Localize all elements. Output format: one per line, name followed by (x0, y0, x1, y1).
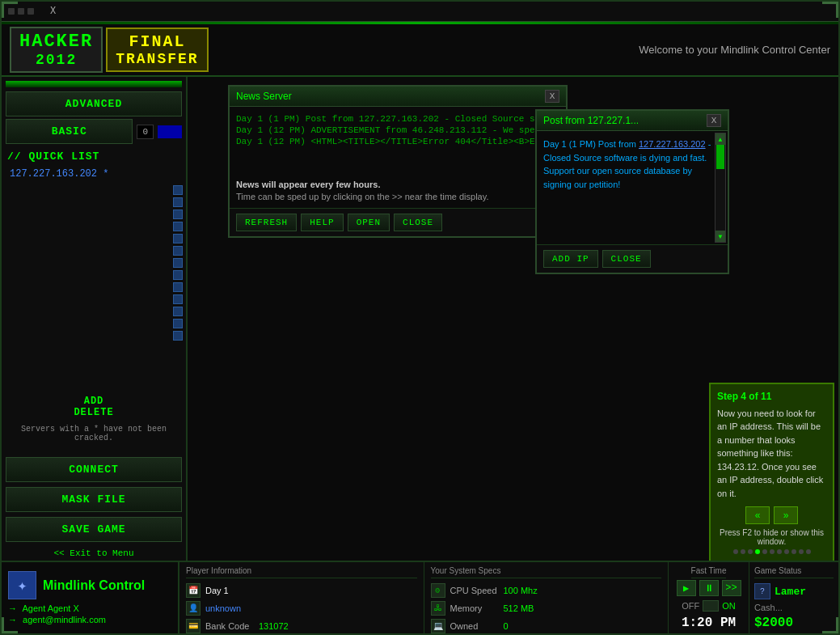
save-game-button[interactable]: SAVE GAME (6, 517, 182, 542)
mask-file-button[interactable]: MASK FILE (6, 487, 182, 512)
meter-bar-1 (173, 185, 183, 195)
owned-label: Owned (450, 621, 499, 631)
open-button[interactable]: OPEN (348, 214, 390, 231)
type-row: 👤 unknown (186, 601, 417, 616)
time-controls: ▶ ⏸ >> (677, 580, 741, 596)
sidebar-bottom-buttons: CONNECT MASK FILE SAVE GAME (6, 457, 182, 544)
news-item-2[interactable]: Day 1 (12 PM) ADVERTISEMENT from 46.248.… (236, 125, 559, 136)
header: HACKER 2012 FINAL TRANSFER Welcome to yo… (2, 24, 838, 77)
step-dot-11 (806, 549, 811, 554)
pause-button[interactable]: ⏸ (699, 580, 719, 596)
corner-decoration-br (822, 617, 838, 633)
connect-button[interactable]: CONNECT (6, 457, 182, 482)
step-dot-7 (777, 549, 782, 554)
step-dot-10 (799, 549, 804, 554)
cash-row: Cash... (754, 603, 834, 612)
counter-blue-indicator (158, 125, 182, 138)
news-item-1[interactable]: Day 1 (1 PM) Post from 127.227.163.202 -… (236, 113, 559, 125)
post-dialog-content: Day 1 (1 PM) Post from 127.227.163.202 -… (537, 131, 728, 244)
news-server-dialog: News Server X Day 1 (1 PM) Post from 127… (228, 85, 568, 238)
player-icon: ? (754, 583, 770, 599)
scroll-track (715, 145, 725, 231)
post-line1: Day 1 (1 PM) Post from (543, 139, 636, 149)
news-close-button[interactable]: CLOSE (394, 214, 442, 231)
scroll-down-button[interactable]: ▼ (715, 231, 725, 242)
news-item-3[interactable]: Day 1 (12 PM) <HTML><TITLE></TITLE>Error… (236, 136, 559, 147)
help-button[interactable]: HELP (301, 214, 343, 231)
logo-year-text: 2012 (19, 52, 93, 68)
type-value: unknown (205, 603, 241, 613)
time-off-on: OFF ON (682, 600, 736, 612)
window-close-button[interactable]: X (50, 6, 56, 17)
advanced-button[interactable]: ADVANCED (6, 91, 182, 116)
step-guide: Step 4 of 11 Now you need to look for an… (709, 383, 834, 563)
refresh-button[interactable]: REFRESH (236, 214, 297, 231)
add-delete-button[interactable]: ADD DELETE (6, 392, 182, 422)
post-dialog-close-button[interactable]: X (707, 114, 721, 127)
step-prev-button[interactable]: « (745, 506, 770, 524)
scroll-thumb (716, 145, 724, 169)
time-off-label: OFF (682, 601, 699, 611)
news-dialog-title: News Server (236, 91, 292, 102)
player-info-header: Player Information (186, 566, 417, 578)
meter-bar-8 (173, 270, 183, 280)
meter-bar-4 (173, 222, 183, 231)
news-dialog-close-button[interactable]: X (545, 90, 559, 103)
step-dot-8 (784, 549, 789, 554)
servers-note: Servers with a * have not been cracked. (6, 422, 182, 445)
exit-to-menu-link[interactable]: << Exit to Menu (6, 544, 182, 562)
step-dot-1 (733, 549, 738, 554)
step-body: Now you need to look for an IP address. … (717, 407, 826, 501)
player-name: Lamer (775, 586, 806, 598)
memory-value: 512 MB (504, 603, 534, 613)
bank-code-value: 131072 (259, 621, 289, 631)
post-scrollbar[interactable]: ▲ ▼ (715, 133, 726, 243)
news-notice: News will appear every few hours. (236, 171, 559, 192)
fast-time-panel: Fast Time ▶ ⏸ >> OFF ON 1:20 PM (669, 562, 749, 633)
player-row: ? Lamer (754, 583, 834, 599)
step-dot-5 (762, 549, 767, 554)
logo-hacker-text: HACKER (19, 32, 93, 52)
quick-list-item[interactable]: 127.227.163.202 * (6, 167, 182, 181)
dot3 (27, 8, 34, 15)
time-display: 1:20 PM (682, 616, 736, 630)
status-logo-bottom: → Agent Agent X → agent@mindlink.com (8, 603, 171, 624)
time-toggle[interactable] (703, 600, 719, 612)
calendar-icon: 📅 (186, 583, 201, 598)
meter-bar-12 (173, 319, 183, 328)
main-container: X HACKER 2012 FINAL TRANSFER Welcome to … (0, 0, 840, 635)
play-button[interactable]: ▶ (677, 580, 696, 596)
counter-value: 0 (137, 125, 154, 139)
scroll-up-button[interactable]: ▲ (715, 133, 725, 145)
app-logo: HACKER 2012 FINAL TRANSFER (10, 27, 209, 73)
logo-final-text2: TRANSFER (116, 51, 198, 67)
step-dot-3 (748, 549, 753, 554)
day-row: 📅 Day 1 (186, 583, 417, 598)
fast-time-header: Fast Time (691, 566, 727, 578)
time-on-label: ON (722, 601, 736, 611)
add-ip-button[interactable]: ADD IP (543, 250, 598, 268)
memory-icon: 🖧 (431, 601, 445, 616)
post-ip-link[interactable]: 127.227.163.202 (639, 139, 706, 149)
fast-forward-button[interactable]: >> (722, 580, 741, 596)
user-icon: 👤 (186, 601, 201, 616)
logo-hacker: HACKER 2012 (10, 27, 103, 73)
sidebar-middle-area (6, 181, 182, 392)
bank-icon: 💳 (186, 619, 201, 633)
corner-decoration-tl (2, 2, 18, 18)
status-logo: ✦ Mindlink Control → Agent Agent X → age… (2, 562, 179, 633)
logo-final: FINAL TRANSFER (106, 28, 208, 72)
game-status-header: Game Status (754, 566, 834, 578)
meter-bar-10 (173, 294, 183, 304)
basic-button[interactable]: BASIC (6, 119, 133, 144)
agent-name: → Agent Agent X (8, 603, 171, 613)
mindlink-title: Mindlink Control (43, 578, 145, 593)
sidebar-accent (6, 81, 182, 87)
cpu-value: 100 Mhz (504, 586, 538, 595)
post-close-button[interactable]: CLOSE (602, 250, 651, 268)
post-dialog-title: Post from 127.227.1... (543, 115, 639, 126)
step-next-button[interactable]: » (774, 506, 798, 524)
system-specs-panel: Your System Specs ⚙ CPU Speed 100 Mhz 🖧 … (424, 562, 669, 633)
cpu-row: ⚙ CPU Speed 100 Mhz (431, 583, 662, 598)
agent-email: → agent@mindlink.com (8, 615, 171, 624)
